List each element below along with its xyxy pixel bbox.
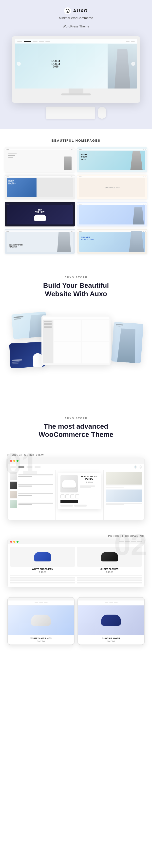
mobile-product-price-1: $ 42.00	[10, 640, 72, 643]
mobile-frame-1: WHITE SHOES MEN $ 42.00	[7, 597, 75, 645]
imac-wrapper: ‹ › POLO POLO 2019	[12, 36, 140, 119]
spec-3-2	[77, 582, 142, 584]
mobile-nav-dot-1	[35, 602, 38, 603]
card-text-8: SUMMERCOLLECTION	[81, 236, 94, 241]
size-btn-2[interactable]	[65, 494, 69, 498]
product-text-4	[18, 503, 53, 505]
dot-green-cmp	[16, 541, 18, 542]
build-section: AUXO STORE Build Your Beautiful Website …	[0, 264, 152, 404]
screen-navbar	[15, 39, 137, 43]
mobile-product-price-2: $ 42.00	[80, 640, 142, 643]
compare-product-name-1: WHITE SHOES MEN	[10, 568, 75, 570]
mobile-nav-dot-6	[114, 602, 118, 603]
modal-header: BLACK SHOES PORDS $ 36.00	[61, 475, 99, 493]
mobile-nav-1	[8, 600, 74, 606]
spec-1-2	[77, 577, 142, 579]
tablet-product-1	[54, 320, 81, 342]
wishlist-btn[interactable]	[61, 504, 73, 506]
tagline-line1: Minimal WooCommerce	[5, 16, 147, 20]
size-btn-3[interactable]	[70, 494, 74, 498]
screen-person-figure	[108, 44, 137, 89]
card-nav-2	[77, 149, 147, 150]
brand-name: AUXO	[73, 8, 88, 13]
screen-fashion-text: POLO POLO 2019	[51, 60, 60, 68]
right-product-2-group	[106, 490, 142, 505]
spec-2-2	[77, 580, 142, 581]
tablet-right-person	[117, 328, 137, 363]
compare-product-price-2: $ 42.00	[77, 571, 142, 573]
size-btn-4[interactable]	[75, 494, 79, 498]
imac-screen-content: ‹ › POLO POLO 2019	[15, 39, 137, 89]
tablet-product-grid	[54, 320, 109, 364]
homepage-grid: POLOPOLO2019 DENIMUP TO50% OFF	[5, 147, 147, 254]
tablet-left2-content	[9, 342, 45, 368]
homepage-card-2[interactable]: POLOPOLO2019	[77, 147, 147, 172]
mouse	[98, 107, 106, 119]
homepages-section: BEAUTIFUL HOMEPAGES	[0, 129, 152, 264]
modal-desc-line-3	[80, 487, 91, 488]
homepage-card-6[interactable]	[77, 202, 147, 226]
keyboard	[46, 106, 95, 119]
add-to-cart-btn[interactable]	[61, 500, 78, 503]
mobile-info-1: WHITE SHOES MEN $ 42.00	[8, 635, 74, 645]
hero-imac-device: ‹ › POLO POLO 2019	[12, 36, 140, 119]
quick-view-modal: BLACK SHOES PORDS $ 36.00	[55, 470, 103, 520]
right-product-name-1	[106, 486, 142, 486]
advanced-label: AUXO STORE	[7, 417, 145, 420]
homepage-card-3[interactable]: DENIMUP TO50% OFF	[5, 175, 75, 199]
mobile-shoe-white	[31, 615, 51, 626]
mobile-status-2	[78, 597, 144, 600]
compare-divider	[10, 575, 142, 576]
compare-spec-1	[10, 577, 142, 579]
card-person-1	[64, 156, 72, 170]
mobile-status-1	[8, 597, 74, 600]
product-item-3	[10, 491, 53, 498]
modal-overlay: BLACK SHOES PORDS $ 36.00	[58, 473, 101, 509]
compare-product-price-1: $ 42.00	[10, 571, 75, 573]
mobile-info-2: SHOES FLOWER $ 42.00	[78, 635, 144, 645]
product-img-3	[10, 491, 17, 498]
card-text-1	[8, 153, 17, 158]
mobile-nav-dot-3	[44, 602, 48, 603]
card-denim-product	[37, 178, 73, 197]
card-dark-bg: TRYTHE NEW	[7, 205, 73, 224]
modal-product-price: $ 36.00	[80, 481, 99, 483]
modal-size-options	[61, 494, 99, 498]
products-right-side	[103, 470, 144, 520]
card-denim-banner: DENIMUP TO50% OFF	[7, 178, 37, 197]
homepage-card-5[interactable]: TRYTHE NEW	[5, 202, 75, 226]
modal-actions	[61, 504, 99, 506]
feature-number-01: 01	[5, 449, 38, 478]
card-person-6	[133, 207, 144, 224]
right-product-price-2	[106, 504, 124, 505]
modal-product-title: BLACK SHOES PORDS	[80, 475, 99, 480]
homepage-card-8[interactable]: SUMMERCOLLECTION	[77, 229, 147, 254]
compare-product-name-2: SHOES FLOWER	[77, 568, 142, 570]
mobile-nav-dot-4	[105, 602, 108, 603]
compare-btn[interactable]	[74, 504, 87, 506]
product-item-2	[10, 482, 53, 489]
modal-desc	[80, 485, 99, 488]
homepage-card-7[interactable]: BLAZER PORCHNEW 2019	[5, 229, 75, 254]
modal-desc-line-1	[80, 485, 95, 486]
search-icon-nav: ⌕	[139, 466, 142, 468]
compare-shoe-blue	[34, 552, 51, 561]
card-nav-3	[5, 176, 75, 178]
build-label: AUXO STORE	[7, 276, 145, 279]
card-content-4: BAG PORCS 2019	[79, 178, 145, 197]
mobile-product-img-2	[78, 606, 144, 635]
compare-product-img-1	[10, 547, 75, 567]
homepage-card-4[interactable]: BAG PORCS 2019	[77, 175, 147, 199]
card-text-7: BLAZER PORCHNEW 2019	[9, 244, 23, 248]
modal-desc-line-2	[80, 486, 95, 487]
card-nav-7	[5, 230, 75, 232]
tablet-product-4	[82, 342, 109, 364]
product-text-3	[18, 493, 53, 496]
feature-number-02: 02	[114, 530, 147, 559]
keyboard-area	[12, 106, 140, 119]
card-content-8: SUMMERCOLLECTION	[79, 232, 145, 252]
tablet-left-text	[13, 316, 24, 320]
homepage-card-1[interactable]	[5, 147, 75, 172]
screen-next-arrow: ›	[131, 62, 135, 66]
size-btn-1[interactable]	[61, 494, 65, 498]
